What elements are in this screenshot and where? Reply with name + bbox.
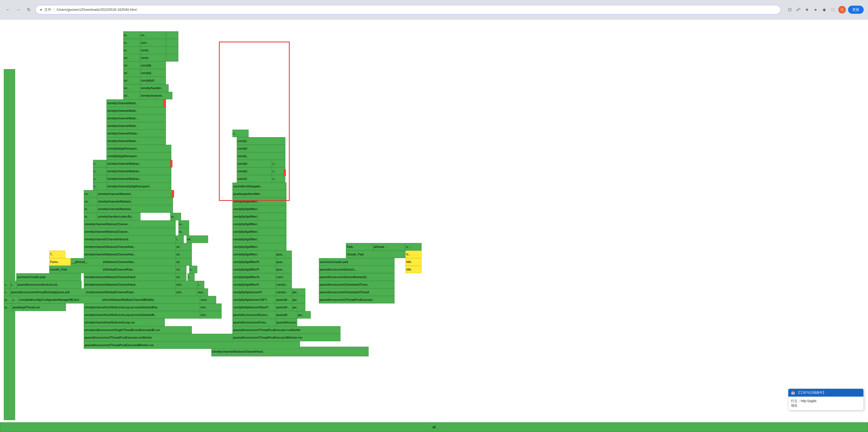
flame-block[interactable]: __pthread_.. (71, 258, 103, 266)
avatar[interactable]: G (838, 6, 846, 13)
flame-block[interactable]: io/.. (123, 69, 140, 77)
flame-block[interactable]: io/netty/channel/DefaultChannelPipel.. (84, 288, 176, 296)
flame-block[interactable]: com/jd/jsf/gd/filter/P.. (232, 258, 276, 266)
flame-block[interactable]: s.. (189, 266, 197, 273)
flame-block[interactable]: com/jd/jsf/gd/filter/F.. (232, 281, 276, 288)
flame-block[interactable]: io/netty/channel/AbstractChannelHand.. (84, 281, 176, 288)
flame-block[interactable]: j.. (10, 281, 17, 288)
flame-block[interactable]: io/n.. (176, 288, 197, 296)
flame-block[interactable]: io/netty/util/concurrent/SingleThreadEve… (84, 326, 192, 334)
flame-block[interactable] (166, 54, 178, 62)
flame-block[interactable]: io.. (170, 213, 181, 220)
flame-block[interactable]: io/netty/channel/Abstr.. (106, 99, 166, 107)
flame-block[interactable]: io/netty/channel/Abstrac.. (106, 175, 171, 182)
flame-block[interactable]: com/jd/laf/config/ConfiguratorManager$Ev… (19, 296, 102, 303)
flame-block[interactable]: io/netty/channel/nio/NioEventLoop.run (84, 319, 165, 326)
flame-block[interactable]: io/.. (123, 62, 140, 69)
flame-block[interactable]: java/util/concurrent/ThreadPoolExecutor$… (232, 334, 341, 341)
flame-block[interactable]: io/.. (123, 54, 140, 62)
flame-block[interactable]: com/jd/jsf/gd/filter/.. (232, 213, 286, 220)
flame-block[interactable]: java/util/concurrent/ScheduledThrea.. (319, 281, 395, 288)
flame-block[interactable] (170, 160, 173, 167)
flame-block[interactable]: com/jc/.. (276, 288, 292, 296)
extensions-icon[interactable]: ◆ (821, 6, 828, 13)
flame-block[interactable]: io/netty/channel/Abstract.. (97, 190, 173, 198)
flame-block[interactable]: io/.. (123, 92, 140, 99)
flame-block[interactable]: com/jd/jsf/gd/filter/.. (232, 198, 286, 205)
flame-block[interactable]: com/jd/jsf/gd/filter/.. (232, 235, 286, 243)
flame-block[interactable]: io/n.. (200, 303, 222, 311)
flame-block[interactable] (164, 99, 166, 107)
flame-block[interactable]: jav.. (292, 288, 305, 296)
flame-block[interactable]: co.. (84, 190, 97, 198)
flame-block[interactable]: io/.. (176, 258, 192, 266)
flame-block[interactable] (166, 31, 178, 39)
flame-block[interactable]: io.. (123, 39, 140, 46)
flame-block[interactable]: com/jd/j.. (140, 62, 166, 69)
flame-block[interactable]: io/n.. (200, 311, 222, 319)
flame-block[interactable]: io.. (123, 46, 140, 54)
flame-block[interactable]: NM.. (405, 266, 422, 273)
flame-block[interactable]: io/netty/channel/ChannelInbound.. (84, 235, 176, 243)
flame-block[interactable]: java.. (276, 251, 292, 258)
flame-block[interactable]: io.. (123, 31, 140, 39)
flame-block[interactable]: Park.. (346, 243, 373, 251)
flame-block[interactable]: jav.. (292, 303, 305, 311)
flame-block[interactable]: c.. (93, 175, 106, 182)
reload-button[interactable]: ↻ (25, 6, 32, 13)
flame-block[interactable]: com/jd/.. (237, 145, 285, 152)
flame-block[interactable]: java/util/concurrent/ThreadPoolExecutor.… (232, 326, 341, 334)
flame-block[interactable]: c.. (93, 167, 106, 175)
flame-block[interactable]: io/netty/channel/Abstrac.. (106, 160, 171, 167)
flame-block[interactable]: com/jd/.. (237, 167, 272, 175)
flame-block[interactable]: io.. (84, 213, 97, 220)
flame-block[interactable]: java/util/concurrent/ArrayBlockingQueue.… (10, 288, 86, 296)
flame-block[interactable]: io/netty/channel/AbstractChanne.. (84, 228, 176, 235)
flame-block[interactable]: java/util/concurrent/ThreadPoolExecutor$… (84, 341, 300, 349)
flame-block[interactable]: com/jd/jsf/gd/filter/.. (232, 251, 276, 258)
bookmark-add-icon[interactable]: ☍ (795, 6, 802, 13)
flame-block[interactable]: com/jd/jsf/gd/filter/.. (232, 205, 286, 213)
flame-block[interactable]: com/jd/jsf/.. (140, 77, 166, 84)
update-button[interactable]: 更新 (848, 6, 864, 14)
flame-block[interactable]: io/.. (123, 77, 140, 84)
flame-block[interactable]: io/netty/channel/Defau.. (106, 130, 166, 137)
flame-block[interactable]: com/j.. (140, 54, 166, 62)
flame-block[interactable]: io/netty/channel/AbstractChannelHan.. (84, 243, 176, 251)
flame-block[interactable] (172, 190, 174, 198)
flame-block[interactable]: co.. (140, 31, 166, 39)
flame-block[interactable]: io/netty/handler.. (140, 84, 168, 92)
flame-block[interactable]: jav.. (297, 311, 311, 319)
address-bar[interactable]: ● 文件 | /Users/guosen1/Downloads/20220518… (35, 5, 781, 14)
flame-block[interactable]: com/jd.. (237, 152, 285, 160)
flame-block[interactable]: N.. (405, 251, 422, 258)
flame-block[interactable]: io/netty/channel/nio/NioEventLoop.proces… (84, 303, 200, 311)
flame-block[interactable]: com/jd/jsf/gd/filter/P.. (232, 266, 276, 273)
flame-block[interactable]: io/netty/channel/Abstr.. (106, 114, 166, 122)
flame-block[interactable]: com/jd/jsf/gd/server/P.. (232, 288, 276, 296)
flame-block[interactable]: com.. (140, 39, 166, 46)
flame-block[interactable]: Unsafe_Park (49, 266, 103, 273)
flame-block[interactable]: jav.. (292, 296, 305, 303)
flame-block[interactable]: java.. (276, 266, 292, 273)
flame-block[interactable]: io/netty/channel/Abstract.. (97, 205, 173, 213)
flame-block[interactable]: java/util/concurrent/Futur.. (232, 319, 276, 326)
flame-block[interactable]: sun/misc/Unsafe.park (319, 258, 395, 266)
flame-block[interactable]: java/util/concurrent/Execu.. (232, 311, 276, 319)
star-icon[interactable]: ★ (804, 6, 810, 13)
flame-block[interactable]: com/jd/j.. (140, 69, 166, 77)
flame-block[interactable]: io/netty/channel/AbstractChanne.. (84, 220, 176, 228)
flame-block[interactable]: com/jd.. (237, 137, 285, 145)
flame-block[interactable]: com/jd/jsf/gd/filter/.. (232, 228, 286, 235)
flame-block[interactable]: com/.. (276, 273, 292, 281)
flame-block[interactable]: com/jd/jsf/gd/server/BaseT.. (232, 303, 276, 311)
flame-block[interactable]: com/j.. (140, 46, 166, 54)
flame-block[interactable]: java/util/concurrent/locks/AbstractQ.. (319, 273, 395, 281)
flame-block[interactable]: c.. (12, 296, 19, 303)
flame-block[interactable]: Parke.. (49, 258, 71, 266)
flame-block[interactable]: io/.. (176, 251, 192, 258)
flame-block[interactable]: java/util/.. (276, 303, 292, 311)
flame-block[interactable]: io.. (178, 228, 189, 235)
flame-block[interactable]: java/util/concurrent/ThreadPoolExecutor. (319, 296, 395, 303)
forward-button[interactable]: → (14, 6, 22, 13)
